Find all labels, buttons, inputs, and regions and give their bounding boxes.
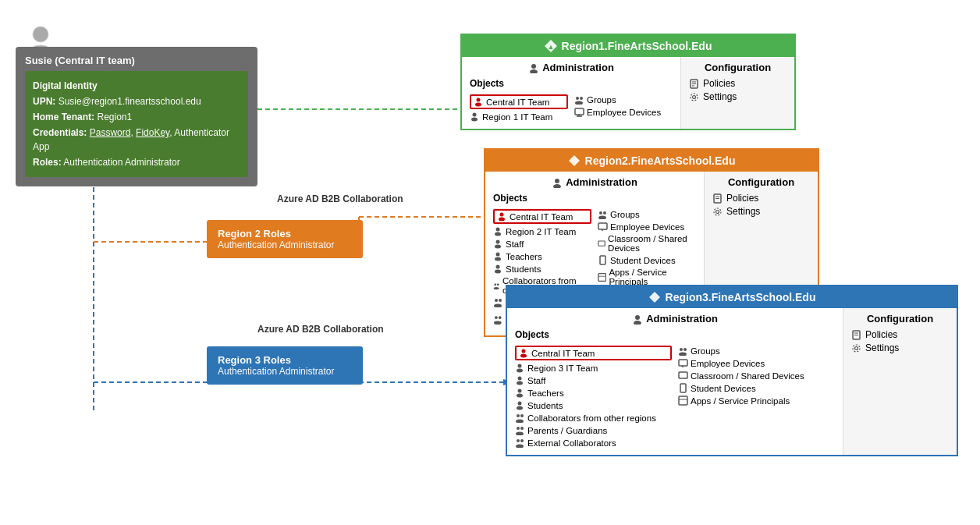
r3-apps-icon — [678, 396, 688, 406]
svg-point-90 — [516, 432, 524, 436]
svg-point-87 — [516, 420, 524, 424]
region3-header: Region3.FineArtsSchool.Edu — [507, 286, 957, 308]
svg-point-78 — [517, 369, 523, 373]
region2-employee-devices: Employee Devices — [598, 222, 696, 232]
region2-header: Region2.FineArtsSchool.Edu — [485, 150, 818, 172]
svg-point-53 — [499, 299, 502, 302]
region3-students: Students — [515, 400, 672, 410]
region1-central-it-team: Central IT Team — [470, 94, 568, 109]
svg-point-39 — [500, 213, 504, 217]
region1-config-header: Configuration — [689, 62, 786, 73]
region2-staff: Staff — [493, 239, 591, 249]
r3-staff-icon — [515, 375, 525, 385]
svg-point-52 — [495, 299, 498, 302]
region1-col1: Central IT Team Region 1 IT Team — [470, 92, 568, 124]
region3-role-sub: Authentication Administrator — [218, 366, 352, 377]
susie-title: Susie (Central IT team) — [25, 55, 248, 66]
svg-rect-61 — [598, 223, 607, 229]
svg-point-93 — [516, 445, 524, 449]
svg-point-75 — [522, 349, 526, 353]
region2-apps: Apps / Service Principals — [598, 268, 696, 286]
region3-collaborators: Collaborators from other regions — [515, 413, 672, 423]
r2-emp-dev-icon — [598, 222, 608, 232]
svg-point-85 — [517, 414, 520, 417]
r2-central-icon — [497, 211, 507, 222]
svg-point-24 — [576, 97, 579, 100]
r2-parents-icon — [493, 297, 503, 307]
region3-config: Configuration Policies Settings — [843, 308, 957, 455]
svg-rect-65 — [598, 273, 606, 281]
region1-settings: Settings — [689, 91, 786, 102]
region3-role-title: Region 3 Roles — [218, 354, 352, 366]
r3-policies-icon — [851, 330, 861, 340]
r2-students-icon — [493, 264, 503, 274]
region3-employee-devices: Employee Devices — [678, 358, 835, 368]
b2b-label-2: Azure AD B2B Collaboration — [257, 324, 384, 335]
r2-apps-icon — [598, 272, 606, 282]
r3-students-icon — [515, 400, 525, 410]
region3-config-header: Configuration — [851, 313, 949, 325]
region2-students: Students — [493, 264, 591, 274]
susie-info-box: Susie (Central IT team) Digital Identity… — [16, 47, 257, 186]
roles-line: Roles: Authentication Administrator — [33, 155, 240, 169]
region3-title: Region3.FineArtsSchool.Edu — [666, 291, 816, 303]
svg-point-77 — [518, 364, 522, 368]
svg-point-18 — [531, 64, 536, 69]
svg-point-51 — [494, 286, 499, 289]
settings-icon — [689, 92, 699, 102]
svg-point-20 — [477, 98, 481, 102]
region2-classroom-devices: Classroom / Shared Devices — [598, 234, 696, 253]
svg-marker-36 — [569, 155, 580, 166]
region2-role-sub: Authentication Administrator — [218, 239, 352, 250]
region3-apps: Apps / Service Principals — [678, 396, 835, 406]
svg-point-44 — [495, 245, 501, 249]
region3-settings: Settings — [851, 342, 949, 353]
region3-role-box: Region 3 Roles Authentication Administra… — [207, 346, 363, 385]
region3-central-it-team: Central IT Team — [515, 346, 672, 360]
employee-devices-icon — [574, 107, 584, 117]
svg-point-14 — [33, 27, 48, 42]
region3-diamond-icon — [648, 291, 661, 303]
region3-parents: Parents / Guardians — [515, 425, 672, 435]
svg-point-76 — [520, 354, 527, 358]
svg-point-73 — [635, 315, 640, 320]
region1-panel: ▲ Region1.FineArtsSchool.Edu Administrat… — [460, 34, 796, 130]
region2-objects-label: Objects — [493, 193, 696, 204]
region1-objects-label: Objects — [470, 78, 673, 89]
region1-col2: Groups Employee Devices — [574, 92, 673, 124]
upn-line: UPN: Susie@region1.fineartsschool.edu — [33, 94, 240, 108]
svg-point-35 — [691, 94, 698, 101]
home-tenant-line: Home Tenant: Region1 — [33, 110, 240, 124]
svg-point-19 — [530, 69, 538, 73]
svg-point-47 — [496, 265, 500, 269]
susie-details: Digital Identity UPN: Susie@region1.fine… — [25, 71, 248, 177]
r3-collaborators-icon — [515, 413, 525, 423]
region2-config-header: Configuration — [712, 176, 810, 188]
svg-point-83 — [518, 402, 522, 406]
region2-title: Region2.FineArtsSchool.Edu — [585, 154, 736, 167]
svg-rect-27 — [575, 108, 584, 115]
svg-point-59 — [603, 211, 606, 215]
svg-point-25 — [580, 97, 583, 100]
policies-icon — [689, 79, 699, 89]
region2-it-team: Region 2 IT Team — [493, 226, 591, 236]
svg-point-107 — [853, 345, 860, 352]
svg-text:▲: ▲ — [547, 43, 554, 51]
it-team-icon — [470, 112, 480, 122]
r3-settings-icon — [851, 343, 861, 353]
region3-objects-label: Objects — [515, 329, 835, 340]
svg-point-21 — [475, 103, 481, 107]
region1-config: Configuration Policies Settings — [681, 57, 794, 129]
svg-point-23 — [471, 118, 478, 122]
region3-staff: Staff — [515, 375, 672, 385]
region2-role-title: Region 2 Roles — [218, 228, 352, 239]
svg-point-94 — [680, 348, 683, 351]
region2-admin-icon — [552, 177, 563, 188]
svg-point-88 — [517, 427, 520, 430]
r3-it-icon — [515, 363, 525, 373]
svg-point-42 — [495, 232, 501, 236]
svg-rect-100 — [680, 384, 686, 392]
svg-point-89 — [520, 427, 524, 430]
r3-external-icon — [515, 438, 525, 448]
svg-point-40 — [499, 218, 505, 222]
